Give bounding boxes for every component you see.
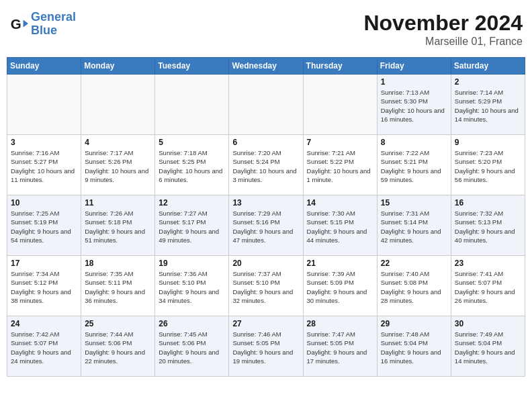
calendar-table: SundayMondayTuesdayWednesdayThursdayFrid… [7, 57, 525, 377]
day-info: Sunrise: 7:48 AMSunset: 5:04 PMDaylight:… [381, 330, 447, 365]
day-number: 10 [11, 198, 77, 208]
calendar-cell: 5Sunrise: 7:18 AMSunset: 5:25 PMDaylight… [155, 135, 229, 195]
day-info: Sunrise: 7:41 AMSunset: 5:07 PMDaylight:… [455, 269, 521, 305]
day-number: 2 [455, 77, 521, 87]
day-number: 25 [85, 319, 151, 328]
day-number: 6 [232, 138, 299, 147]
day-info: Sunrise: 7:21 AMSunset: 5:22 PMDaylight:… [307, 148, 373, 184]
calendar-week-5: 24Sunrise: 7:42 AMSunset: 5:07 PMDayligh… [7, 316, 525, 377]
day-number: 17 [11, 259, 77, 268]
weekday-header-thursday: Thursday [303, 58, 377, 75]
day-info: Sunrise: 7:31 AMSunset: 5:14 PMDaylight:… [381, 209, 447, 244]
svg-text:G: G [11, 15, 21, 31]
calendar-cell: 1Sunrise: 7:13 AMSunset: 5:30 PMDaylight… [377, 75, 451, 135]
calendar-cell: 14Sunrise: 7:30 AMSunset: 5:15 PMDayligh… [303, 195, 377, 256]
day-number: 19 [159, 259, 225, 268]
calendar-cell: 25Sunrise: 7:44 AMSunset: 5:06 PMDayligh… [81, 316, 155, 377]
day-number: 21 [307, 259, 373, 268]
calendar-cell: 10Sunrise: 7:25 AMSunset: 5:19 PMDayligh… [7, 195, 81, 256]
logo-icon: G [9, 15, 28, 34]
day-info: Sunrise: 7:34 AMSunset: 5:12 PMDaylight:… [11, 269, 77, 305]
weekday-header-tuesday: Tuesday [155, 58, 229, 75]
day-number: 3 [11, 138, 77, 147]
header-row: SundayMondayTuesdayWednesdayThursdayFrid… [7, 58, 525, 75]
weekday-header-sunday: Sunday [7, 58, 81, 75]
calendar-cell: 17Sunrise: 7:34 AMSunset: 5:12 PMDayligh… [7, 256, 81, 316]
day-number: 15 [381, 198, 447, 208]
calendar-cell: 28Sunrise: 7:47 AMSunset: 5:05 PMDayligh… [303, 316, 377, 377]
day-info: Sunrise: 7:39 AMSunset: 5:09 PMDaylight:… [307, 269, 373, 305]
day-info: Sunrise: 7:17 AMSunset: 5:26 PMDaylight:… [85, 148, 151, 184]
calendar-cell [7, 75, 81, 135]
day-number: 30 [455, 319, 521, 328]
calendar-cell [229, 75, 303, 135]
calendar-cell: 6Sunrise: 7:20 AMSunset: 5:24 PMDaylight… [229, 135, 303, 195]
calendar-cell: 24Sunrise: 7:42 AMSunset: 5:07 PMDayligh… [7, 316, 81, 377]
month-title: November 2024 [363, 11, 523, 36]
location: Marseille 01, France [363, 36, 523, 48]
day-number: 11 [85, 198, 151, 208]
day-info: Sunrise: 7:29 AMSunset: 5:16 PMDaylight:… [232, 209, 299, 244]
day-number: 13 [232, 198, 299, 208]
day-number: 18 [85, 259, 151, 268]
day-info: Sunrise: 7:37 AMSunset: 5:10 PMDaylight:… [232, 269, 299, 305]
day-number: 7 [307, 138, 373, 147]
day-number: 16 [455, 198, 521, 208]
calendar-cell: 18Sunrise: 7:35 AMSunset: 5:11 PMDayligh… [81, 256, 155, 316]
day-info: Sunrise: 7:25 AMSunset: 5:19 PMDaylight:… [11, 209, 77, 244]
day-info: Sunrise: 7:47 AMSunset: 5:05 PMDaylight:… [307, 330, 373, 365]
title-section: November 2024 Marseille 01, France [363, 11, 523, 48]
calendar-cell [303, 75, 377, 135]
calendar-cell: 15Sunrise: 7:31 AMSunset: 5:14 PMDayligh… [377, 195, 451, 256]
calendar-cell: 20Sunrise: 7:37 AMSunset: 5:10 PMDayligh… [229, 256, 303, 316]
day-info: Sunrise: 7:35 AMSunset: 5:11 PMDaylight:… [85, 269, 151, 305]
weekday-header-friday: Friday [377, 58, 451, 75]
calendar-week-4: 17Sunrise: 7:34 AMSunset: 5:12 PMDayligh… [7, 256, 525, 316]
day-info: Sunrise: 7:42 AMSunset: 5:07 PMDaylight:… [11, 330, 77, 365]
calendar-week-2: 3Sunrise: 7:16 AMSunset: 5:27 PMDaylight… [7, 135, 525, 195]
calendar-cell: 30Sunrise: 7:49 AMSunset: 5:04 PMDayligh… [451, 316, 525, 377]
day-info: Sunrise: 7:13 AMSunset: 5:30 PMDaylight:… [381, 88, 447, 124]
calendar-cell: 3Sunrise: 7:16 AMSunset: 5:27 PMDaylight… [7, 135, 81, 195]
calendar-cell [155, 75, 229, 135]
day-number: 8 [381, 138, 447, 147]
day-number: 23 [455, 259, 521, 268]
day-info: Sunrise: 7:23 AMSunset: 5:20 PMDaylight:… [455, 148, 521, 184]
day-info: Sunrise: 7:32 AMSunset: 5:13 PMDaylight:… [455, 209, 521, 244]
day-number: 22 [381, 259, 447, 268]
page-header: G General Blue November 2024 Marseille 0… [7, 7, 525, 52]
calendar-cell: 26Sunrise: 7:45 AMSunset: 5:06 PMDayligh… [155, 316, 229, 377]
weekday-header-saturday: Saturday [451, 58, 525, 75]
day-number: 14 [307, 198, 373, 208]
day-info: Sunrise: 7:14 AMSunset: 5:29 PMDaylight:… [455, 88, 521, 124]
calendar-cell: 7Sunrise: 7:21 AMSunset: 5:22 PMDaylight… [303, 135, 377, 195]
calendar-cell: 13Sunrise: 7:29 AMSunset: 5:16 PMDayligh… [229, 195, 303, 256]
calendar-cell: 12Sunrise: 7:27 AMSunset: 5:17 PMDayligh… [155, 195, 229, 256]
calendar-week-1: 1Sunrise: 7:13 AMSunset: 5:30 PMDaylight… [7, 75, 525, 135]
calendar-cell: 23Sunrise: 7:41 AMSunset: 5:07 PMDayligh… [451, 256, 525, 316]
day-info: Sunrise: 7:49 AMSunset: 5:04 PMDaylight:… [455, 330, 521, 365]
day-number: 4 [85, 138, 151, 147]
day-number: 24 [11, 319, 77, 328]
day-number: 27 [232, 319, 299, 328]
day-info: Sunrise: 7:26 AMSunset: 5:18 PMDaylight:… [85, 209, 151, 244]
day-number: 20 [232, 259, 299, 268]
day-number: 29 [381, 319, 447, 328]
day-info: Sunrise: 7:27 AMSunset: 5:17 PMDaylight:… [159, 209, 225, 244]
weekday-header-monday: Monday [81, 58, 155, 75]
calendar-cell: 8Sunrise: 7:22 AMSunset: 5:21 PMDaylight… [377, 135, 451, 195]
calendar-cell: 2Sunrise: 7:14 AMSunset: 5:29 PMDaylight… [451, 75, 525, 135]
day-info: Sunrise: 7:30 AMSunset: 5:15 PMDaylight:… [307, 209, 373, 244]
day-info: Sunrise: 7:22 AMSunset: 5:21 PMDaylight:… [381, 148, 447, 184]
day-number: 5 [159, 138, 225, 147]
day-number: 1 [381, 77, 447, 87]
calendar-cell: 27Sunrise: 7:46 AMSunset: 5:05 PMDayligh… [229, 316, 303, 377]
day-number: 12 [159, 198, 225, 208]
calendar-cell: 22Sunrise: 7:40 AMSunset: 5:08 PMDayligh… [377, 256, 451, 316]
calendar-cell: 16Sunrise: 7:32 AMSunset: 5:13 PMDayligh… [451, 195, 525, 256]
svg-marker-1 [24, 19, 28, 27]
day-number: 26 [159, 319, 225, 328]
day-info: Sunrise: 7:45 AMSunset: 5:06 PMDaylight:… [159, 330, 225, 365]
day-info: Sunrise: 7:16 AMSunset: 5:27 PMDaylight:… [11, 148, 77, 184]
calendar-cell: 4Sunrise: 7:17 AMSunset: 5:26 PMDaylight… [81, 135, 155, 195]
